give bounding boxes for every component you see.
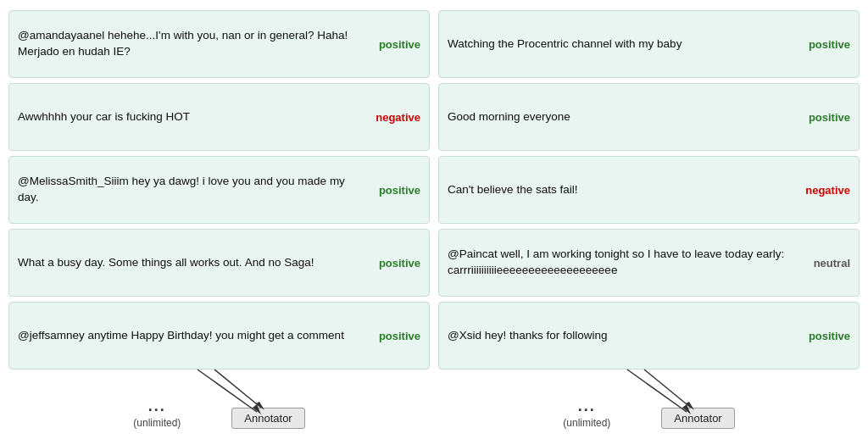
tweet-row: @Paincat well, I am working tonight so I… (438, 229, 860, 297)
tweet-text: @MelissaSmith_Siiim hey ya dawg! i love … (18, 174, 365, 206)
column-left: @amandayaanel hehehe...I'm with you, nan… (8, 10, 430, 429)
footer-dots: ... (578, 397, 596, 415)
annotator-button[interactable]: Annotator (231, 408, 304, 429)
footer-left: ...(unlimited) (133, 397, 181, 429)
tweet-text: @jeffsamney anytime Happy Birthday! you … (18, 328, 365, 344)
sentiment-label: positive (795, 38, 850, 51)
footer-unlimited: (unlimited) (563, 417, 610, 429)
tweet-text: @Paincat well, I am working tonight so I… (448, 247, 795, 279)
svg-line-4 (627, 370, 687, 412)
footer-dots: ... (148, 397, 166, 415)
footer-left: ...(unlimited) (563, 397, 610, 429)
sentiment-label: positive (365, 184, 420, 197)
tweet-row: @amandayaanel hehehe...I'm with you, nan… (8, 10, 430, 78)
tweet-row: Awwhhhh your car is fucking HOTnegative (8, 83, 430, 151)
tweet-text: Good morning everyone (448, 109, 795, 125)
annotator-button[interactable]: Annotator (661, 408, 734, 429)
sentiment-label: positive (795, 111, 850, 124)
tweet-text: @amandayaanel hehehe...I'm with you, nan… (18, 28, 365, 60)
tweet-text: Watching the Procentric channel with my … (448, 36, 795, 53)
sentiment-label: negative (795, 184, 850, 197)
column-right: Watching the Procentric channel with my … (438, 10, 860, 429)
column-footer: ...(unlimited)Annotator (8, 378, 430, 429)
tweet-text: @Xsid hey! thanks for following (448, 328, 795, 344)
tweet-row: @Xsid hey! thanks for followingpositive (438, 302, 860, 370)
sentiment-label: neutral (795, 257, 850, 270)
tweet-row: Good morning everyonepositive (438, 83, 860, 151)
tweet-row: Can't believe the sats fail!negative (438, 156, 860, 224)
svg-line-0 (198, 370, 257, 412)
tweet-row: @MelissaSmith_Siiim hey ya dawg! i love … (8, 156, 430, 224)
sentiment-label: positive (365, 257, 420, 270)
tweet-row: What a busy day. Some things all works o… (8, 229, 430, 297)
tweet-text: Awwhhhh your car is fucking HOT (18, 109, 365, 125)
footer-unlimited: (unlimited) (133, 417, 181, 429)
tweet-text: Can't believe the sats fail! (448, 182, 795, 198)
tweet-text: What a busy day. Some things all works o… (18, 255, 365, 271)
svg-line-2 (214, 370, 261, 408)
tweet-row: Watching the Procentric channel with my … (438, 10, 860, 78)
tweet-row: @jeffsamney anytime Happy Birthday! you … (8, 302, 430, 370)
column-footer: ...(unlimited)Annotator (438, 378, 860, 429)
svg-line-6 (644, 370, 691, 408)
sentiment-label: positive (365, 38, 420, 51)
footer-right: Annotator (661, 408, 734, 429)
footer-right: Annotator (231, 408, 304, 429)
main-container: @amandayaanel hehehe...I'm with you, nan… (0, 0, 868, 439)
sentiment-label: positive (795, 330, 850, 342)
sentiment-label: negative (365, 111, 420, 124)
sentiment-label: positive (365, 330, 420, 342)
